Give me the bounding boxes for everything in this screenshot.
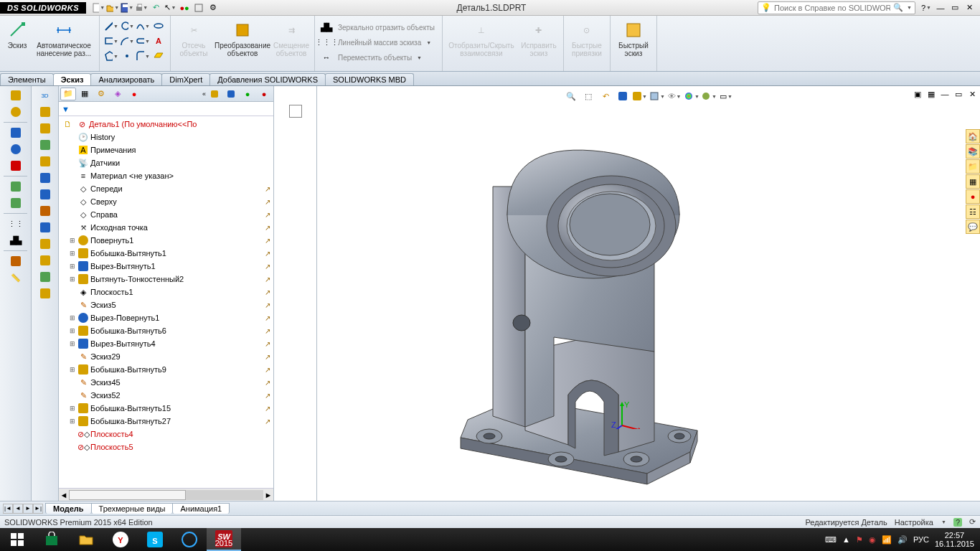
save-button[interactable]: ▼	[121, 1, 133, 14]
circle-tool[interactable]: ▼	[120, 19, 134, 33]
expand-icon[interactable]: ⊞	[69, 237, 76, 244]
fm-flyout-1[interactable]	[207, 88, 222, 100]
tray-flag-icon[interactable]: ⚑	[856, 535, 863, 545]
tree-item-4[interactable]: ◇Спереди↗	[59, 182, 273, 195]
tree-item-12[interactable]: ◈Плоскость1↗	[59, 286, 273, 298]
tree-item-2[interactable]: 📡Датчики	[59, 156, 273, 169]
fm-tab-config[interactable]: ⚙	[93, 88, 109, 100]
taskpane-custom-props[interactable]: ☷	[966, 204, 980, 219]
tab-mbd[interactable]: SOLIDWORKS MBD	[325, 73, 414, 85]
slot-tool[interactable]: ▼	[136, 34, 150, 48]
config-swatch[interactable]	[289, 105, 302, 118]
expand-icon[interactable]: ⊞	[69, 314, 76, 321]
measure-button[interactable]: 📏	[5, 270, 27, 286]
scroll-left-icon[interactable]: ◄	[59, 491, 69, 499]
tab-sketch[interactable]: Эскиз	[53, 73, 92, 85]
tb-btn-3[interactable]	[34, 137, 56, 153]
maximize-button[interactable]: ▭	[948, 1, 961, 14]
expand-icon[interactable]: ⊞	[69, 263, 76, 270]
fillet-tool[interactable]: ▼	[136, 49, 150, 63]
arc-tool[interactable]: ▼	[120, 34, 134, 48]
rebuild-button[interactable]: ●●	[178, 1, 191, 14]
tree-item-18[interactable]: ⊞Бобышка-Вытянуть9↗	[59, 363, 273, 376]
repair-button[interactable]: ✚ Исправить эскиз	[517, 17, 560, 57]
fm-flyout-2[interactable]	[223, 88, 239, 100]
dropdown-icon[interactable]: ▼	[128, 5, 133, 10]
taskpane-view-palette[interactable]: ▦	[966, 174, 980, 189]
tree-item-24[interactable]: ⊘◇Плоскость5	[59, 441, 273, 453]
tab-nav-first[interactable]: |◄	[3, 504, 13, 514]
tree-item-16[interactable]: ⊞Вырез-Вытянуть4↗	[59, 337, 273, 350]
expand-icon[interactable]: ⊞	[69, 327, 76, 334]
view-tab-model[interactable]: Модель	[45, 503, 92, 514]
fm-tab-property[interactable]: ▦	[77, 88, 93, 100]
expand-icon[interactable]: ⊞	[69, 340, 76, 347]
fm-flyout-3[interactable]: ●	[240, 88, 255, 100]
point-tool[interactable]	[120, 49, 134, 63]
scroll-right-icon[interactable]: ►	[263, 491, 273, 499]
search-icon[interactable]: 🔍	[893, 3, 903, 12]
tb-btn-5[interactable]	[34, 170, 56, 186]
offset-button[interactable]: ⇉ Смещение объектов	[271, 17, 311, 57]
tree-item-0[interactable]: 🕑History	[59, 131, 273, 143]
tree-item-19[interactable]: ✎Эскиз45↗	[59, 376, 273, 389]
fillet-button[interactable]	[5, 179, 27, 194]
expand-icon[interactable]: ⊞	[69, 250, 76, 257]
taskpane-appearances[interactable]: ●	[966, 189, 980, 204]
tb-btn-6[interactable]	[34, 187, 56, 202]
tab-nav-prev[interactable]: ◄	[13, 504, 23, 514]
viewport[interactable]: 🔍 ⬚ ↶ ▼ ▼ 👁▼ ▼ ▼ ▭▼ ▣ ▦ — ▭ ✕	[317, 86, 980, 501]
line-tool[interactable]: ▼	[104, 19, 118, 33]
fm-filter-input[interactable]	[70, 105, 270, 113]
tray-volume-icon[interactable]: 🔊	[897, 535, 908, 545]
expand-icon[interactable]: ⊞	[69, 405, 76, 412]
move-button[interactable]: Переместить объекты	[335, 52, 415, 63]
tab-nav-last[interactable]: ►|	[33, 504, 43, 514]
new-doc-button[interactable]: ▼	[92, 1, 105, 14]
view-tab-animation[interactable]: Анимация1	[172, 503, 230, 514]
mirror-button[interactable]: Зеркально отразить объекты	[335, 22, 438, 33]
fm-collapse-icon[interactable]: «	[202, 90, 206, 98]
fm-scrollbar[interactable]: ◄ ►	[59, 488, 273, 501]
view-tab-3dviews[interactable]: Трехмерные виды	[91, 503, 174, 514]
expand-icon[interactable]: ⊞	[69, 276, 76, 283]
rapid-sketch-button[interactable]: Быстрый эскиз	[613, 17, 654, 57]
dropdown-icon[interactable]: ▼	[907, 5, 912, 10]
taskbar-app[interactable]	[172, 528, 207, 551]
tree-item-22[interactable]: ⊞Бобышка-Вытянуть27↗	[59, 415, 273, 428]
minimize-button[interactable]: —	[934, 1, 947, 14]
tab-addins[interactable]: Добавления SOLIDWORKS	[209, 73, 326, 85]
status-custom[interactable]: Настройка	[895, 518, 933, 527]
fm-tab-dimxpert[interactable]: ◈	[110, 88, 126, 100]
taskpane-design-library[interactable]: 📚	[966, 144, 980, 159]
expand-icon[interactable]: ⊞	[69, 366, 76, 373]
close-button[interactable]: ✕	[963, 1, 976, 14]
tree-root[interactable]: 🗋 ⊘ Деталь1 (По умолчанию<<По	[59, 118, 273, 131]
tb-btn-8[interactable]	[34, 220, 56, 235]
help-search[interactable]: 💡 🔍 ▼	[758, 1, 915, 14]
taskpane-forum[interactable]: 💬	[966, 220, 980, 234]
open-button[interactable]: ▼	[106, 1, 119, 14]
tb-btn-9[interactable]	[34, 236, 56, 252]
tree-item-14[interactable]: ⊞Вырез-Повернуть1↗	[59, 311, 273, 324]
tb-btn-7[interactable]	[34, 203, 56, 219]
relations-button[interactable]: ⊥ Отобразить/Скрыть взаимосвязи	[446, 17, 517, 57]
chamfer-button[interactable]	[5, 195, 27, 211]
ellipse-tool[interactable]	[151, 19, 166, 33]
tree-item-8[interactable]: ⊞Повернуть1↗	[59, 234, 273, 247]
reference-geom-button[interactable]	[5, 253, 27, 269]
tree-item-9[interactable]: ⊞Бобышка-Вытянуть1↗	[59, 247, 273, 260]
tree-item-23[interactable]: ⊘◇Плоскость4	[59, 428, 273, 441]
tree-item-17[interactable]: ✎Эскиз29↗	[59, 350, 273, 363]
taskbar-store[interactable]	[34, 528, 69, 551]
tree-item-11[interactable]: ⊞Вытянуть-Тонкостенный2↗	[59, 273, 273, 286]
feature-tree[interactable]: 🗋 ⊘ Деталь1 (По умолчанию<<По 🕑HistoryAП…	[59, 116, 273, 488]
fm-tab-tree[interactable]: 📁	[60, 88, 76, 100]
linear-pattern-button[interactable]: Линейный массив эскиза	[335, 37, 424, 48]
status-dropdown-icon[interactable]: ▼	[941, 519, 946, 524]
tab-features[interactable]: Элементы	[0, 73, 54, 85]
status-rebuild-icon[interactable]: ⟳	[969, 517, 976, 527]
extrude-cut-button[interactable]	[5, 125, 27, 141]
tab-evaluate[interactable]: Анализировать	[90, 73, 162, 85]
taskpane-file-explorer[interactable]: 📁	[966, 159, 980, 174]
